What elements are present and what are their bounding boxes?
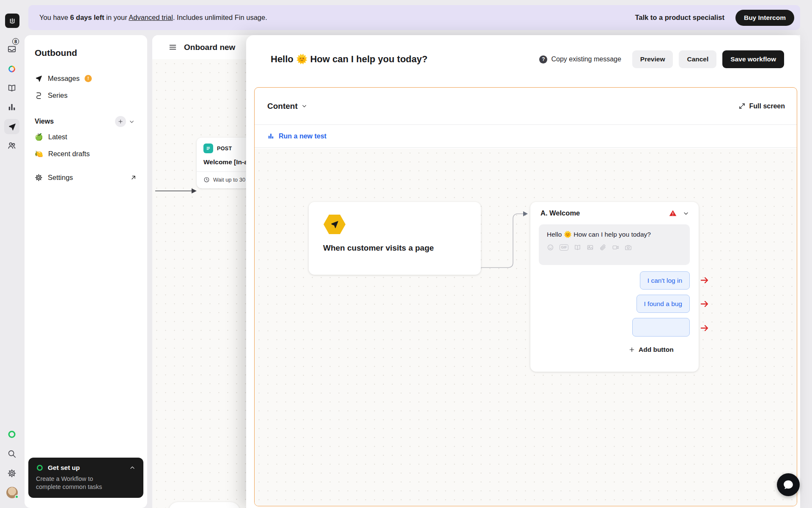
recent-drafts-label: Recent drafts xyxy=(48,150,90,158)
recent-drafts-emoji-icon: 🍋 xyxy=(35,150,43,158)
branch-arrow-icon[interactable] xyxy=(700,300,711,308)
advanced-trial-link[interactable]: Advanced trial xyxy=(129,14,173,21)
external-link-icon xyxy=(130,174,137,181)
post-node-icon xyxy=(203,144,213,153)
clock-icon xyxy=(203,177,210,183)
chevron-up-icon[interactable] xyxy=(129,464,136,471)
plus-icon xyxy=(628,346,635,353)
settings-gear-icon[interactable] xyxy=(4,466,19,481)
online-status-dot xyxy=(15,495,19,499)
emoji-icon[interactable] xyxy=(547,244,554,251)
setup-title: Get set up xyxy=(48,464,80,472)
views-chevron-down-icon[interactable] xyxy=(126,116,137,127)
welcome-message-card[interactable]: A. Welcome Hello 🌞 How can I help you to… xyxy=(530,202,699,372)
cancel-button[interactable]: Cancel xyxy=(679,50,716,68)
expand-icon xyxy=(738,102,746,110)
app-root: You have 6 days left in your Advanced tr… xyxy=(0,0,812,508)
view-item-latest[interactable]: 🍏 Latest xyxy=(35,128,137,145)
reports-icon[interactable] xyxy=(4,99,19,115)
trial-banner-text: You have 6 days left in your Advanced tr… xyxy=(39,14,267,22)
gif-icon[interactable]: GIF xyxy=(560,244,568,251)
setup-description: Create a Workflow to complete common tas… xyxy=(36,475,114,491)
full-screen-button[interactable]: Full screen xyxy=(738,102,785,110)
latest-label: Latest xyxy=(48,133,67,141)
outbound-sidebar: Outbound Messages ! Series Views 🍏 Lates… xyxy=(25,35,147,508)
sidebar-item-series[interactable]: Series xyxy=(35,87,137,104)
talk-to-specialist-link[interactable]: Talk to a product specialist xyxy=(635,14,724,22)
run-new-test-link[interactable]: Run a new test xyxy=(255,125,797,148)
content-section: Content Full screen Run a new test xyxy=(254,87,797,506)
knowledge-icon[interactable] xyxy=(4,80,19,96)
flow-connector-icon xyxy=(480,211,531,273)
setup-ring-icon xyxy=(36,464,44,472)
message-text: Hello 🌞 How can I help you today? xyxy=(547,231,682,238)
save-workflow-button[interactable]: Save workflow xyxy=(722,50,784,68)
reply-button-empty[interactable] xyxy=(632,318,690,337)
setup-progress-icon[interactable] xyxy=(4,427,19,442)
user-avatar[interactable] xyxy=(6,487,18,498)
attachment-icon[interactable] xyxy=(599,244,606,251)
outbound-icon[interactable] xyxy=(4,119,19,134)
views-header: Views xyxy=(35,115,137,128)
branch-arrow-icon[interactable] xyxy=(700,276,711,284)
sidebar-item-messages[interactable]: Messages ! xyxy=(35,70,137,87)
series-label: Series xyxy=(48,91,68,99)
add-view-button[interactable] xyxy=(115,116,126,127)
sidebar-item-settings[interactable]: Settings xyxy=(35,169,137,186)
messages-warning-badge: ! xyxy=(85,75,92,82)
preview-button[interactable]: Preview xyxy=(632,50,673,68)
intercom-messenger-launcher[interactable] xyxy=(777,473,800,496)
copy-existing-message-link[interactable]: ? Copy existing message xyxy=(539,55,621,64)
composer-toolbar: GIF xyxy=(547,244,682,251)
editor-title: Hello 🌞 How can I help you today? xyxy=(271,54,428,65)
view-item-recent-drafts[interactable]: 🍋 Recent drafts xyxy=(35,145,137,162)
intercom-logo-icon[interactable] xyxy=(5,14,19,28)
message-bubble[interactable]: Hello 🌞 How can I help you today? GIF xyxy=(539,224,690,265)
workflow-title: Onboard new xyxy=(184,43,235,52)
canvas-zoom-toolbar: 84% xyxy=(169,502,240,508)
trial-banner: You have 6 days left in your Advanced tr… xyxy=(28,5,800,30)
chevron-down-icon[interactable] xyxy=(683,210,689,217)
contacts-icon[interactable] xyxy=(4,138,19,153)
messages-label: Messages xyxy=(48,75,80,83)
branch-arrow-icon[interactable] xyxy=(700,324,711,332)
content-section-toggle[interactable]: Content xyxy=(267,102,307,111)
settings-label: Settings xyxy=(48,174,73,182)
latest-emoji-icon: 🍏 xyxy=(35,133,43,141)
article-icon[interactable] xyxy=(574,244,581,251)
sidebar-title: Outbound xyxy=(35,48,137,58)
message-flow-canvas[interactable]: When customer visits a page A. Welcome xyxy=(255,149,797,506)
welcome-card-header[interactable]: A. Welcome xyxy=(530,202,699,217)
get-set-up-card[interactable]: Get set up Create a Workflow to complete… xyxy=(28,458,143,498)
chat-bubble-icon xyxy=(783,479,794,490)
inbox-icon[interactable] xyxy=(4,41,19,57)
warning-icon xyxy=(669,209,677,217)
buy-intercom-button[interactable]: Buy Intercom xyxy=(735,10,794,26)
chevron-down-icon xyxy=(301,103,307,109)
node-wait-label: Wait up to 30 xyxy=(213,177,245,183)
send-icon xyxy=(330,220,339,229)
node-type-label: POST xyxy=(217,146,232,152)
trigger-title: When customer visits a page xyxy=(323,243,466,253)
reply-button-cant-log-in[interactable]: I can't log in xyxy=(640,271,690,290)
trigger-hexagon-icon xyxy=(323,214,346,235)
help-icon: ? xyxy=(539,55,547,64)
message-name: A. Welcome xyxy=(540,209,669,217)
add-button[interactable]: Add button xyxy=(628,346,674,353)
views-title: Views xyxy=(35,118,115,125)
search-icon[interactable] xyxy=(4,446,19,461)
fin-ai-icon[interactable] xyxy=(4,61,19,77)
message-editor-modal: Hello 🌞 How can I help you today? ? Copy… xyxy=(246,35,800,508)
image-icon[interactable] xyxy=(587,244,594,251)
test-chart-icon xyxy=(267,133,274,140)
menu-icon[interactable] xyxy=(168,43,177,52)
trigger-card[interactable]: When customer visits a page xyxy=(309,202,481,275)
reply-button-found-a-bug[interactable]: I found a bug xyxy=(636,295,690,313)
camera-icon[interactable] xyxy=(625,244,632,251)
video-icon[interactable] xyxy=(612,244,619,251)
edge-arrow-icon xyxy=(154,186,201,196)
